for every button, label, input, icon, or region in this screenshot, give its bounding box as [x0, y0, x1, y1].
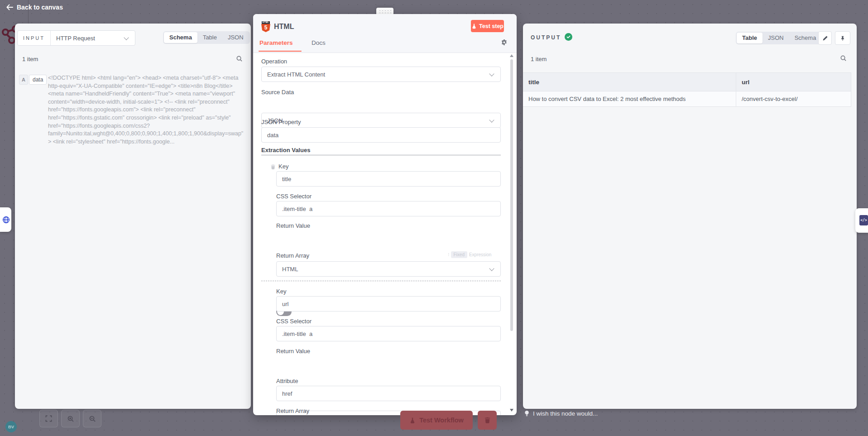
n8n-node-detail-view: { "topbar": { "back_label": "Back to can… — [0, 0, 868, 436]
return-value-value: HTML — [282, 266, 298, 273]
output-tab-json[interactable]: JSON — [762, 33, 789, 43]
expand-icon — [45, 415, 52, 422]
return-value-label: Return Value — [276, 348, 310, 355]
return-value-select[interactable]: HTML — [276, 261, 501, 277]
cell-title: How to convert CSV data to Excel: 2 most… — [523, 91, 736, 106]
output-tab-table[interactable]: Table — [737, 33, 762, 43]
node-settings-gear-icon[interactable] — [501, 39, 508, 48]
scrollbar-up-arrow[interactable] — [510, 54, 513, 57]
scrollbar-down-arrow[interactable] — [510, 409, 513, 412]
pin-data-button[interactable] — [835, 31, 850, 45]
key-input[interactable] — [276, 296, 501, 311]
search-icon[interactable] — [840, 55, 847, 63]
expression-option[interactable]: Expression — [469, 252, 491, 257]
json-property-label: JSON Property — [261, 119, 301, 125]
test-workflow-label: Test Workflow — [419, 417, 464, 424]
sidebar-edge-divider — [28, 0, 29, 24]
fixed-option[interactable]: Fixed — [451, 251, 467, 258]
http-request-globe-icon — [2, 216, 10, 224]
test-workflow-button[interactable]: Test Workflow — [400, 411, 473, 430]
code-icon: </> — [859, 215, 868, 225]
chevron-down-icon — [124, 35, 129, 40]
modal-header: HTML5 HTML Test step Parameters Docs — [253, 14, 517, 53]
flask-icon — [409, 417, 416, 424]
css-selector-label: CSS Selector — [276, 318, 312, 325]
column-header-title[interactable]: title — [523, 73, 736, 91]
output-table: title url How to convert CSV data to Exc… — [523, 72, 851, 107]
return-value-value: Attribute — [282, 415, 304, 416]
pencil-icon — [822, 35, 828, 41]
key-input[interactable] — [276, 171, 501, 187]
css-selector-label: CSS Selector — [276, 193, 312, 200]
operation-value: Extract HTML Content — [267, 71, 325, 78]
zoom-out-button[interactable] — [83, 410, 101, 427]
input-view-tabs: Schema Table JSON — [163, 31, 250, 44]
attribute-input[interactable] — [276, 386, 501, 401]
json-property-input[interactable] — [261, 127, 501, 143]
tab-parameters[interactable]: Parameters — [259, 39, 293, 46]
user-avatar[interactable]: BV — [5, 421, 17, 432]
search-icon[interactable] — [236, 55, 243, 64]
back-to-canvas-label: Back to canvas — [17, 4, 63, 11]
output-tab-schema[interactable]: Schema — [789, 33, 822, 43]
delete-node-button[interactable] — [478, 411, 497, 430]
item-separator — [261, 281, 501, 281]
success-check-icon — [565, 33, 572, 41]
css-selector-input[interactable] — [276, 326, 501, 341]
key-label: Key — [278, 163, 288, 170]
chevron-down-icon — [489, 266, 494, 271]
tab-docs[interactable]: Docs — [312, 39, 326, 46]
input-source-select[interactable]: INPUT HTTP Request — [17, 30, 135, 46]
zoom-out-icon — [89, 415, 96, 422]
input-tab-json[interactable]: JSON — [222, 32, 249, 43]
operation-label: Operation — [261, 58, 287, 65]
schema-field-value: <!DOCTYPE html> <html lang="en"> <head> … — [48, 74, 244, 146]
input-panel: INPUT HTTP Request Schema Table JSON 1 i… — [15, 24, 251, 409]
active-tab-underline — [259, 51, 302, 52]
input-panel-label: INPUT — [18, 31, 51, 45]
node-title: HTML — [274, 23, 294, 31]
node-feedback-label: I wish this node would... — [533, 410, 598, 417]
trash-icon — [484, 417, 491, 424]
pin-icon — [840, 35, 845, 41]
drag-dots-icon — [379, 10, 391, 14]
modal-scrollbar[interactable] — [510, 59, 513, 331]
chevron-down-icon — [489, 71, 494, 76]
delete-item-icon[interactable] — [270, 163, 276, 172]
test-step-label: Test step — [479, 23, 504, 29]
css-selector-input[interactable] — [276, 201, 501, 216]
table-header-row: title url — [523, 73, 851, 91]
fixed-expression-toggle[interactable]: ⁝ Fixed Expression — [448, 251, 491, 258]
cell-url: /convert-csv-to-excel/ — [736, 91, 851, 106]
html-node-edge-tab[interactable]: </> — [855, 208, 868, 233]
zoom-in-icon — [67, 415, 74, 422]
zoom-in-button[interactable] — [61, 410, 80, 427]
output-panel-label: OUTPUT — [531, 34, 561, 41]
chevron-down-icon — [489, 117, 494, 122]
operation-select[interactable]: Extract HTML Content — [261, 67, 501, 82]
schema-type-badge: A — [19, 75, 28, 85]
source-data-label: Source Data — [261, 89, 294, 96]
lightbulb-icon — [524, 410, 529, 417]
key-label: Key — [276, 288, 286, 295]
return-value-label: Return Value — [276, 222, 310, 229]
drag-dots-icon: ⁝ — [448, 252, 449, 258]
edit-output-button[interactable] — [818, 31, 832, 45]
section-divider — [261, 155, 501, 155]
input-node-edge-tab[interactable] — [0, 207, 11, 232]
return-array-label: Return Array — [276, 252, 309, 259]
table-row[interactable]: How to convert CSV data to Excel: 2 most… — [523, 91, 851, 106]
back-to-canvas-button[interactable]: Back to canvas — [6, 4, 63, 11]
html5-node-icon: HTML5 — [261, 21, 270, 32]
return-array-label: Return Array — [276, 407, 309, 414]
column-header-url[interactable]: url — [736, 73, 851, 91]
node-feedback-link[interactable]: I wish this node would... — [524, 410, 598, 417]
input-tab-table[interactable]: Table — [197, 32, 222, 43]
attribute-label: Attribute — [276, 378, 298, 384]
test-step-button[interactable]: Test step — [471, 20, 504, 32]
extraction-values-title: Extraction Values — [261, 147, 310, 153]
zoom-to-fit-button[interactable] — [39, 410, 58, 427]
output-view-tabs: Table JSON Schema — [736, 32, 822, 44]
input-tab-schema[interactable]: Schema — [164, 32, 197, 43]
schema-field-name[interactable]: data — [29, 75, 47, 85]
